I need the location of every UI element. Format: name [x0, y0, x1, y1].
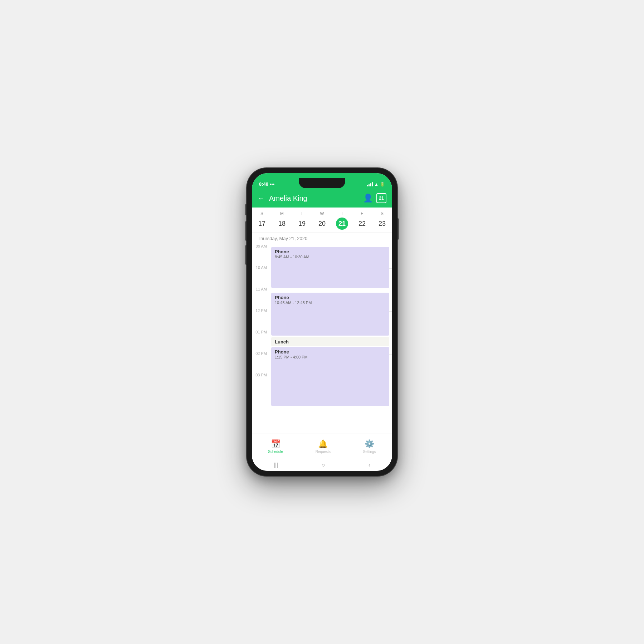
day-num-fri: 22	[356, 218, 368, 230]
profile-icon[interactable]: 👤	[363, 194, 373, 203]
day-col-sat[interactable]: S 23	[374, 211, 390, 230]
notch	[299, 178, 345, 188]
day-col-sun[interactable]: S 17	[254, 211, 270, 230]
time-09am: 09 AM	[252, 244, 270, 248]
signal-icon	[367, 182, 373, 186]
day-label-sun: S	[260, 211, 263, 216]
time-11am: 11 AM	[252, 287, 270, 291]
requests-label: Requests	[316, 450, 331, 454]
day-num-sat: 23	[376, 218, 388, 230]
day-label-sat: S	[381, 211, 384, 216]
recent-apps-btn[interactable]: |||	[274, 462, 278, 468]
day-col-mon[interactable]: M 18	[274, 211, 290, 230]
day-label-mon: M	[280, 211, 284, 216]
back-nav-btn[interactable]: ‹	[369, 462, 370, 468]
event-2-title: Phone	[275, 295, 386, 300]
time-03pm: 03 PM	[252, 373, 270, 377]
day-num-mon: 18	[276, 218, 288, 230]
day-num-wed: 20	[316, 218, 328, 230]
event-lunch[interactable]: Lunch	[271, 337, 389, 346]
schedule-icon: 📅	[271, 439, 280, 449]
schedule-body: 09 AM 10 AM 11 AM 12 PM 01 PM 02 PM 03 P…	[252, 243, 392, 408]
day-num-sun: 17	[256, 218, 268, 230]
event-phone-2[interactable]: Phone 10:45 AM - 12:45 PM	[271, 293, 389, 336]
app-header: ← Amelia King 👤 21	[252, 189, 392, 208]
wifi-icon: ▲	[374, 182, 379, 187]
day-label-thu: T	[341, 211, 343, 216]
day-label-tue: T	[301, 211, 303, 216]
nav-requests[interactable]: 🔔 Requests	[316, 439, 331, 454]
page-title: Amelia King	[269, 194, 363, 203]
day-label-fri: F	[361, 211, 363, 216]
time-01pm: 01 PM	[252, 330, 270, 334]
home-btn[interactable]: ○	[322, 462, 325, 468]
header-icons: 👤 21	[363, 193, 386, 203]
nav-settings[interactable]: ⚙️ Settings	[363, 439, 376, 454]
event-1-time: 8:45 AM - 10:30 AM	[275, 255, 386, 259]
bottom-nav: 📅 Schedule 🔔 Requests ⚙️ Settings	[252, 434, 392, 459]
day-label-wed: W	[320, 211, 324, 216]
day-col-thu[interactable]: T 21	[334, 211, 350, 230]
event-phone-3[interactable]: Phone 1:15 PM - 4:00 PM	[271, 347, 389, 406]
status-icons: ▲ 🔋	[367, 182, 385, 187]
home-indicator: ||| ○ ‹	[252, 459, 392, 471]
volume-down-button	[245, 245, 247, 265]
phone-device: 8:48 ••• ▲ 🔋 ← Amelia King 👤 21	[247, 168, 397, 476]
schedule-label: Schedule	[268, 450, 283, 454]
schedule-scroll[interactable]: 09 AM 10 AM 11 AM 12 PM 01 PM 02 PM 03 P…	[252, 243, 392, 434]
volume-up-button	[245, 221, 247, 241]
day-col-fri[interactable]: F 22	[354, 211, 370, 230]
nav-schedule[interactable]: 📅 Schedule	[268, 439, 283, 454]
battery-icon: 🔋	[380, 182, 385, 187]
day-num-thu: 21	[336, 218, 348, 230]
back-button[interactable]: ←	[258, 194, 265, 203]
line-11am	[271, 290, 392, 290]
event-3-title: Lunch	[275, 339, 386, 345]
event-phone-1[interactable]: Phone 8:45 AM - 10:30 AM	[271, 247, 389, 288]
settings-label: Settings	[363, 450, 376, 454]
time-10am: 10 AM	[252, 265, 270, 270]
date-label: Thursday, May 21, 2020	[252, 233, 392, 243]
week-strip: S 17 M 18 T 19 W 20 T 21 F 22	[252, 208, 392, 233]
status-time: 8:48 •••	[259, 181, 274, 187]
day-num-tue: 19	[296, 218, 308, 230]
mute-button	[245, 204, 247, 215]
requests-icon: 🔔	[318, 439, 328, 449]
day-col-wed[interactable]: W 20	[314, 211, 330, 230]
event-4-time: 1:15 PM - 4:00 PM	[275, 355, 386, 359]
day-col-tue[interactable]: T 19	[294, 211, 310, 230]
phone-screen: 8:48 ••• ▲ 🔋 ← Amelia King 👤 21	[252, 173, 392, 471]
event-1-title: Phone	[275, 249, 386, 254]
time-02pm: 02 PM	[252, 351, 270, 356]
time-12pm: 12 PM	[252, 308, 270, 313]
settings-icon: ⚙️	[365, 439, 374, 449]
event-4-title: Phone	[275, 349, 386, 355]
event-2-time: 10:45 AM - 12:45 PM	[275, 301, 386, 305]
calendar-button[interactable]: 21	[376, 193, 386, 203]
power-button	[397, 218, 399, 240]
